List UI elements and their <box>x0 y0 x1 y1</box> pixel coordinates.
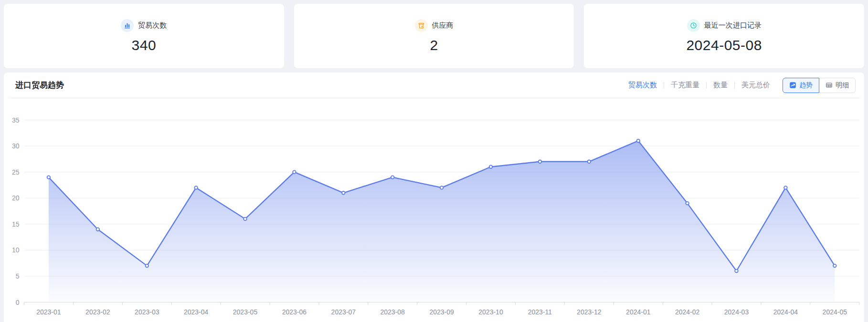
trend-button-label: 趋势 <box>799 81 813 90</box>
svg-text:2024-02: 2024-02 <box>675 308 700 316</box>
svg-text:2023-03: 2023-03 <box>135 308 159 316</box>
stat-label: 贸易次数 <box>138 21 167 30</box>
chart-title: 进口贸易趋势 <box>15 80 64 91</box>
trend-chart[interactable]: 051015202530352023-012023-022023-032023-… <box>4 98 864 322</box>
svg-text:2024-03: 2024-03 <box>724 308 749 316</box>
clock-icon <box>687 19 700 32</box>
tab-separator <box>734 82 735 89</box>
stat-value: 340 <box>132 37 157 53</box>
svg-text:2024-04: 2024-04 <box>773 308 798 316</box>
detail-button-label: 明细 <box>836 81 849 90</box>
stat-value: 2024-05-08 <box>686 37 762 53</box>
svg-text:2023-04: 2023-04 <box>184 308 209 316</box>
tab-quantity[interactable]: 数量 <box>713 81 728 90</box>
tab-separator <box>664 82 664 89</box>
view-toggle: 趋势 明细 <box>783 78 856 93</box>
svg-text:10: 10 <box>12 246 20 254</box>
stat-card-suppliers: 供应商 2 <box>294 4 574 68</box>
stat-card-latest-import: 最近一次进口记录 2024-05-08 <box>584 4 864 68</box>
stat-label: 最近一次进口记录 <box>704 21 762 30</box>
svg-text:2023-09: 2023-09 <box>429 308 454 316</box>
svg-text:2024-01: 2024-01 <box>626 308 651 316</box>
svg-text:20: 20 <box>12 194 20 202</box>
detail-view-button[interactable]: 明细 <box>819 78 856 93</box>
stat-label: 供应商 <box>432 21 454 30</box>
svg-text:35: 35 <box>12 116 20 124</box>
svg-text:2023-10: 2023-10 <box>478 308 503 316</box>
bar-chart-icon <box>121 19 134 32</box>
trend-icon <box>789 82 796 89</box>
tab-usd-total[interactable]: 美元总价 <box>741 81 770 90</box>
svg-text:25: 25 <box>12 168 20 176</box>
stat-card-trade-count: 贸易次数 340 <box>4 4 284 68</box>
table-icon <box>826 82 833 89</box>
svg-text:30: 30 <box>12 142 20 150</box>
svg-text:5: 5 <box>16 272 20 280</box>
svg-text:0: 0 <box>16 299 20 306</box>
svg-text:2023-05: 2023-05 <box>233 308 258 316</box>
svg-text:15: 15 <box>12 220 20 228</box>
svg-text:2023-06: 2023-06 <box>282 308 307 316</box>
stats-row: 贸易次数 340 供应商 2 最 <box>4 4 864 68</box>
chart-body: 051015202530352023-012023-022023-032023-… <box>4 98 864 322</box>
svg-text:2023-12: 2023-12 <box>577 308 602 316</box>
metric-tabs: 贸易次数 千克重量 数量 美元总价 <box>628 81 770 90</box>
svg-text:2024-05: 2024-05 <box>823 308 847 316</box>
tab-kg-weight[interactable]: 千克重量 <box>671 81 699 90</box>
svg-text:2023-11: 2023-11 <box>528 308 552 316</box>
tab-trade-count[interactable]: 贸易次数 <box>628 81 657 90</box>
tab-separator <box>706 82 707 89</box>
stat-value: 2 <box>430 37 438 53</box>
svg-text:2023-08: 2023-08 <box>381 308 405 316</box>
import-trend-panel: 进口贸易趋势 贸易次数 千克重量 数量 美元总价 <box>4 73 864 322</box>
svg-text:2023-01: 2023-01 <box>36 308 61 316</box>
chart-header: 进口贸易趋势 贸易次数 千克重量 数量 美元总价 <box>4 73 864 98</box>
storefront-icon <box>415 19 428 32</box>
trend-view-button[interactable]: 趋势 <box>783 78 819 93</box>
svg-text:2023-02: 2023-02 <box>85 308 110 316</box>
svg-text:2023-07: 2023-07 <box>331 308 356 316</box>
